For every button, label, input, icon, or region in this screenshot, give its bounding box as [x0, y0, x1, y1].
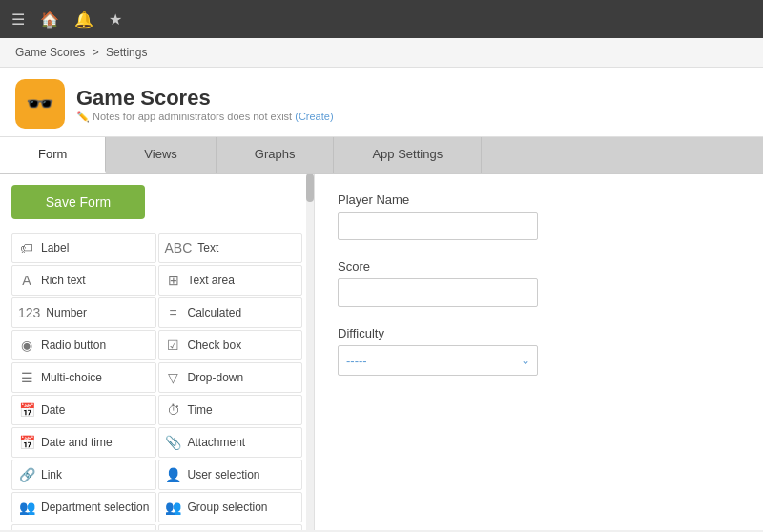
- breadcrumb-settings[interactable]: Settings: [106, 46, 147, 59]
- difficulty-label: Difficulty: [338, 326, 740, 340]
- player-name-input[interactable]: [338, 212, 538, 240]
- calculated-icon: =: [165, 305, 182, 320]
- field-item-department-selection[interactable]: 👥Department selection: [11, 492, 156, 522]
- notes-text: Notes for app administrators does not ex…: [93, 111, 292, 122]
- form-field-score: Score: [338, 259, 740, 307]
- field-item-rich-text[interactable]: ARich text: [11, 265, 156, 296]
- field-item-date-and-time[interactable]: 📅Date and time: [11, 427, 156, 458]
- field-item-multi-choice[interactable]: ☰Multi-choice: [11, 362, 156, 393]
- form-field-player-name: Player Name: [338, 193, 740, 240]
- field-item-drop-down[interactable]: ▽Drop-down: [158, 362, 303, 393]
- field-label: Check box: [188, 338, 242, 352]
- field-label: Time: [188, 403, 213, 417]
- scroll-bar[interactable]: [306, 174, 314, 530]
- field-label: Rich text: [41, 274, 86, 287]
- field-item-lookup[interactable]: 🔍Lookup: [158, 524, 303, 530]
- app-title: Game Scores: [76, 86, 334, 111]
- hamburger-icon[interactable]: ☰: [11, 10, 25, 29]
- bell-icon[interactable]: 🔔: [74, 10, 93, 29]
- attachment-icon: 📎: [165, 435, 182, 450]
- text-area-icon: ⊞: [165, 273, 182, 288]
- user-selection-icon: 👤: [165, 467, 182, 482]
- field-item-link[interactable]: 🔗Link: [11, 460, 156, 490]
- field-label: Text: [197, 241, 218, 255]
- edit-icon: ✏️: [76, 111, 90, 122]
- field-item-related-records[interactable]: 📋Related records: [11, 524, 156, 530]
- difficulty-select[interactable]: -----: [338, 345, 538, 376]
- field-label: Multi-choice: [41, 371, 102, 384]
- date-icon: 📅: [18, 402, 35, 418]
- number-icon: 123: [18, 305, 40, 320]
- breadcrumb-game-scores[interactable]: Game Scores: [15, 46, 85, 59]
- home-icon[interactable]: 🏠: [40, 10, 59, 29]
- multi-choice-icon: ☰: [18, 370, 35, 385]
- app-icon: 🕶️: [15, 79, 65, 129]
- left-panel: Save Form 🏷LabelABCTextARich text⊞Text a…: [0, 174, 315, 530]
- field-label: Date and time: [41, 436, 113, 449]
- field-item-label[interactable]: 🏷Label: [11, 233, 156, 263]
- save-form-button[interactable]: Save Form: [11, 185, 145, 219]
- label-icon: 🏷: [18, 240, 35, 256]
- time-icon: ⏱: [165, 402, 182, 418]
- field-item-user-selection[interactable]: 👤User selection: [158, 460, 303, 490]
- field-label: Text area: [188, 274, 235, 287]
- field-label: Attachment: [188, 436, 246, 449]
- app-notes: ✏️ Notes for app administrators does not…: [76, 111, 334, 123]
- tab-form[interactable]: Form: [0, 137, 106, 173]
- field-item-check-box[interactable]: ☑Check box: [158, 330, 303, 360]
- main-content: Save Form 🏷LabelABCTextARich text⊞Text a…: [0, 174, 763, 530]
- tab-graphs[interactable]: Graphs: [217, 137, 335, 173]
- tabs-bar: Form Views Graphs App Settings: [0, 137, 763, 174]
- field-item-text-area[interactable]: ⊞Text area: [158, 265, 303, 296]
- field-label: Department selection: [41, 501, 149, 514]
- rich-text-icon: A: [18, 273, 35, 288]
- field-label: Group selection: [188, 501, 268, 514]
- difficulty-select-wrapper: ----- ⌄: [338, 345, 538, 376]
- check-box-icon: ☑: [165, 338, 182, 353]
- player-name-label: Player Name: [338, 193, 740, 207]
- drop-down-icon: ▽: [165, 370, 182, 385]
- tab-views[interactable]: Views: [106, 137, 216, 173]
- field-label: Date: [41, 403, 65, 417]
- department-selection-icon: 👥: [18, 500, 35, 515]
- field-label: Label: [41, 241, 69, 255]
- right-panel: Player Name Score Difficulty ----- ⌄: [315, 174, 763, 530]
- field-item-date[interactable]: 📅Date: [11, 395, 156, 425]
- breadcrumb-separator: >: [93, 46, 99, 59]
- field-label: Calculated: [188, 306, 242, 319]
- text-icon: ABC: [165, 240, 193, 256]
- top-nav: ☰ 🏠 🔔 ★: [0, 0, 763, 38]
- score-label: Score: [338, 259, 740, 274]
- form-field-difficulty: Difficulty ----- ⌄: [338, 326, 740, 376]
- fields-grid: 🏷LabelABCTextARich text⊞Text area123Numb…: [11, 233, 302, 530]
- field-label: Link: [41, 468, 62, 481]
- date-and-time-icon: 📅: [18, 435, 35, 450]
- star-icon[interactable]: ★: [109, 10, 122, 29]
- breadcrumb: Game Scores > Settings: [0, 38, 763, 68]
- field-item-number[interactable]: 123Number: [11, 297, 156, 328]
- scroll-thumb[interactable]: [306, 174, 314, 202]
- score-input[interactable]: [338, 278, 538, 307]
- field-item-text[interactable]: ABCText: [158, 233, 303, 263]
- tab-app-settings[interactable]: App Settings: [334, 137, 482, 173]
- field-item-attachment[interactable]: 📎Attachment: [158, 427, 303, 458]
- field-item-group-selection[interactable]: 👥Group selection: [158, 492, 303, 522]
- field-label: User selection: [188, 468, 260, 481]
- field-label: Drop-down: [188, 371, 244, 384]
- field-item-calculated[interactable]: =Calculated: [158, 297, 303, 328]
- link-icon: 🔗: [18, 467, 35, 482]
- field-label: Number: [46, 306, 87, 319]
- create-link[interactable]: (Create): [295, 111, 333, 122]
- field-item-radio-button[interactable]: ◉Radio button: [11, 330, 156, 360]
- field-item-time[interactable]: ⏱Time: [158, 395, 303, 425]
- radio-button-icon: ◉: [18, 338, 35, 353]
- group-selection-icon: 👥: [165, 500, 182, 515]
- field-label: Radio button: [41, 338, 106, 352]
- app-header: 🕶️ Game Scores ✏️ Notes for app administ…: [0, 68, 763, 137]
